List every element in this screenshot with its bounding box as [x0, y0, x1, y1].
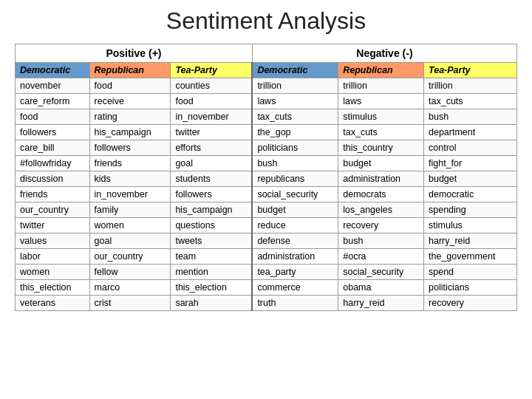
- table-row: friendsin_novemberfollowerssocial_securi…: [16, 187, 517, 202]
- table-cell: reduce: [252, 218, 338, 233]
- table-cell: in_november: [89, 187, 171, 202]
- table-row: our_countryfamilyhis_campaignbudgetlos_a…: [16, 202, 517, 218]
- table-cell: democratic: [424, 187, 517, 202]
- negative-group-header: Negative (-): [252, 44, 516, 63]
- table-cell: administration: [338, 171, 424, 187]
- col-neg-republican: Republican: [338, 63, 424, 78]
- table-cell: politicians: [252, 140, 338, 156]
- table-cell: harry_reid: [338, 296, 424, 311]
- table-row: followershis_campaigntwitterthe_goptax_c…: [16, 125, 517, 140]
- table-cell: crist: [89, 296, 171, 311]
- table-cell: followers: [171, 187, 252, 202]
- table-row: womenfellowmentiontea_partysocial_securi…: [16, 265, 517, 280]
- table-cell: his_campaign: [89, 125, 171, 140]
- table-cell: #followfriday: [16, 156, 90, 171]
- table-cell: students: [171, 171, 252, 187]
- table-cell: laws: [338, 94, 424, 109]
- table-cell: this_election: [16, 280, 90, 296]
- page-title: Sentiment Analysis: [15, 7, 517, 35]
- table-cell: women: [89, 218, 171, 233]
- table-cell: stimulus: [338, 109, 424, 125]
- table-cell: veterans: [16, 296, 90, 311]
- table-cell: bush: [338, 233, 424, 249]
- table-row: #followfridayfriendsgoalbushbudgetfight_…: [16, 156, 517, 171]
- col-pos-democratic: Democratic: [16, 63, 90, 78]
- table-cell: defense: [252, 233, 338, 249]
- table-cell: the_government: [424, 249, 517, 265]
- table-cell: social_security: [252, 187, 338, 202]
- table-cell: care_bill: [16, 140, 90, 156]
- table-row: care_billfollowerseffortspoliticiansthis…: [16, 140, 517, 156]
- table-cell: rating: [89, 109, 171, 125]
- table-cell: commerce: [252, 280, 338, 296]
- table-cell: trillion: [338, 78, 424, 94]
- table-cell: trillion: [424, 78, 517, 94]
- table-cell: mention: [171, 265, 252, 280]
- table-row: discussionkidsstudentsrepublicansadminis…: [16, 171, 517, 187]
- positive-group-header: Positive (+): [16, 44, 253, 63]
- table-cell: stimulus: [424, 218, 517, 233]
- table-cell: obama: [338, 280, 424, 296]
- table-cell: receive: [89, 94, 171, 109]
- table-body: novemberfoodcountiestrilliontrilliontril…: [16, 78, 517, 311]
- table-cell: goal: [171, 156, 252, 171]
- table-cell: family: [89, 202, 171, 218]
- table-cell: the_gop: [252, 125, 338, 140]
- table-cell: republicans: [252, 171, 338, 187]
- table-cell: recovery: [424, 296, 517, 311]
- table-cell: fellow: [89, 265, 171, 280]
- col-pos-republican: Republican: [89, 63, 171, 78]
- col-pos-teaparty: Tea-Party: [171, 63, 252, 78]
- table-cell: department: [424, 125, 517, 140]
- table-cell: los_angeles: [338, 202, 424, 218]
- table-cell: control: [424, 140, 517, 156]
- table-cell: tax_cuts: [252, 109, 338, 125]
- table-cell: kids: [89, 171, 171, 187]
- table-cell: laws: [252, 94, 338, 109]
- table-cell: politicians: [424, 280, 517, 296]
- table-cell: food: [171, 94, 252, 109]
- table-cell: food: [16, 109, 90, 125]
- table-cell: marco: [89, 280, 171, 296]
- table-cell: administration: [252, 249, 338, 265]
- table-cell: november: [16, 78, 90, 94]
- table-cell: women: [16, 265, 90, 280]
- table-cell: budget: [424, 171, 517, 187]
- table-row: laborour_countryteamadministration#ocrat…: [16, 249, 517, 265]
- table-row: this_electionmarcothis_electioncommerceo…: [16, 280, 517, 296]
- table-cell: tea_party: [252, 265, 338, 280]
- table-cell: questions: [171, 218, 252, 233]
- table-cell: harry_reid: [424, 233, 517, 249]
- table-cell: discussion: [16, 171, 90, 187]
- table-cell: sarah: [171, 296, 252, 311]
- table-row: valuesgoaltweetsdefensebushharry_reid: [16, 233, 517, 249]
- table-row: twitterwomenquestionsreducerecoverystimu…: [16, 218, 517, 233]
- table-cell: food: [89, 78, 171, 94]
- table-cell: friends: [89, 156, 171, 171]
- table-cell: counties: [171, 78, 252, 94]
- table-cell: democrats: [338, 187, 424, 202]
- table-cell: labor: [16, 249, 90, 265]
- table-cell: social_security: [338, 265, 424, 280]
- table-cell: fight_for: [424, 156, 517, 171]
- table-cell: in_november: [171, 109, 252, 125]
- table-cell: trillion: [252, 78, 338, 94]
- table-cell: recovery: [338, 218, 424, 233]
- table-cell: spending: [424, 202, 517, 218]
- table-cell: efforts: [171, 140, 252, 156]
- table-cell: his_campaign: [171, 202, 252, 218]
- table-row: foodratingin_novembertax_cutsstimulusbus…: [16, 109, 517, 125]
- table-cell: care_reform: [16, 94, 90, 109]
- table-cell: truth: [252, 296, 338, 311]
- table-row: care_reformreceivefoodlawslawstax_cuts: [16, 94, 517, 109]
- table-cell: this_country: [338, 140, 424, 156]
- col-neg-democratic: Democratic: [252, 63, 338, 78]
- table-cell: bush: [252, 156, 338, 171]
- table-cell: budget: [252, 202, 338, 218]
- table-cell: twitter: [16, 218, 90, 233]
- table-cell: our_country: [16, 202, 90, 218]
- table-cell: #ocra: [338, 249, 424, 265]
- table-cell: friends: [16, 187, 90, 202]
- table-cell: spend: [424, 265, 517, 280]
- table-cell: tweets: [171, 233, 252, 249]
